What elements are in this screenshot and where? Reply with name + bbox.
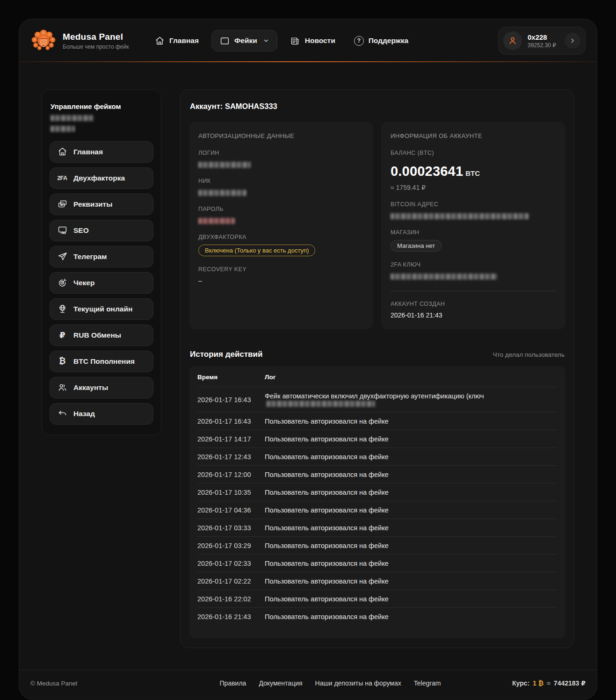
row-log: Пользователь авторизовался на фейке — [265, 489, 389, 496]
news-icon — [290, 36, 300, 46]
created-label: АККАУНТ СОЗДАН — [391, 301, 556, 307]
row-time: 2026-01-17 12:00 — [197, 471, 254, 478]
app-container: Medusa Panel Больше чем просто фейк Глав… — [19, 19, 597, 700]
sidebar-item-label: SEO — [73, 226, 89, 235]
row-time: 2026-01-17 10:35 — [197, 489, 254, 496]
row-time: 2026-01-17 14:17 — [197, 435, 254, 443]
table-row: 2026-01-17 16:43Фейк автоматически включ… — [197, 387, 557, 412]
twofa-status-badge: Включена (Только у вас есть доступ) — [198, 245, 315, 256]
btc-address-label: BITCOIN АДРЕС — [391, 201, 556, 208]
table-row: 2026-01-17 16:43Пользователь авторизовал… — [197, 412, 557, 430]
table-row: 2026-01-17 14:17Пользователь авторизовал… — [197, 430, 557, 447]
sidebar-title: Управление фейком — [51, 101, 152, 134]
user-id: 0x228 — [528, 33, 556, 41]
footer-link-3[interactable]: Telegram — [414, 679, 441, 687]
fake-domain-redacted — [51, 115, 94, 121]
footer: © Medusa Panel ПравилаДокументацияНаши д… — [19, 670, 597, 699]
row-log: Пользователь авторизовался на фейке — [265, 506, 389, 514]
sidebar-item-home[interactable]: Главная — [50, 141, 153, 163]
footer-links: ПравилаДокументацияНаши депозиты на фору… — [148, 679, 512, 687]
footer-link-2[interactable]: Наши депозиты на форумах — [315, 679, 401, 687]
help-icon: ? — [354, 36, 364, 46]
nav-item-news[interactable]: Новости — [284, 30, 341, 51]
footer-link-0[interactable]: Правила — [220, 679, 246, 687]
home-icon — [154, 36, 165, 46]
table-row: 2026-01-17 12:00Пользователь авторизовал… — [197, 465, 557, 483]
sidebar-item-label: Аккаунты — [73, 383, 108, 392]
nick-label: НИК — [198, 178, 364, 184]
sidebar-item-rub-trades[interactable]: ₽RUB Обмены — [50, 325, 153, 346]
account-title: Аккаунт: SAMOHAS333 — [190, 102, 565, 111]
recovery-key-label: RECOVERY KEY — [198, 266, 364, 273]
table-row: 2026-01-17 04:36Пользователь авторизовал… — [197, 501, 557, 519]
brand-subtitle: Больше чем просто фейк — [63, 43, 129, 50]
sidebar-item-twofa[interactable]: 2FAДвухфакторка — [50, 167, 153, 189]
table-row: 2026-01-16 21:43Пользователь авторизовал… — [197, 607, 557, 625]
btc-address-redacted — [391, 213, 529, 219]
nav-item-home[interactable]: Главная — [148, 30, 205, 51]
table-row: 2026-01-17 10:35Пользователь авторизовал… — [197, 483, 557, 501]
history-table: Время Лог 2026-01-17 16:43Фейк автоматич… — [189, 366, 565, 638]
sidebar-item-seo[interactable]: SEO — [50, 220, 153, 241]
rate-btc-value: 1 ₿ — [533, 679, 544, 687]
table-row: 2026-01-17 03:33Пользователь авторизовал… — [197, 519, 557, 536]
row-log: Пользователь авторизовался на фейке — [265, 595, 389, 603]
footer-link-1[interactable]: Документация — [259, 679, 302, 687]
sidebar-item-label: Чекер — [73, 279, 94, 287]
nick-value-redacted — [198, 190, 246, 196]
nav-item-support[interactable]: ?Поддержка — [348, 30, 414, 51]
row-time: 2026-01-17 04:36 — [197, 506, 254, 514]
user-avatar-icon — [503, 31, 522, 50]
sidebar-item-back[interactable]: Назад — [50, 403, 153, 425]
chevron-right-icon — [569, 37, 576, 44]
row-time: 2026-01-17 12:43 — [197, 453, 254, 461]
sidebar-item-accounts[interactable]: Аккаунты — [50, 377, 153, 398]
nav-item-label: Поддержка — [369, 36, 408, 45]
user-badge[interactable]: 0x228 39252.30 ₽ — [498, 27, 586, 55]
sidebar-item-label: Двухфакторка — [73, 174, 125, 182]
sidebar-item-label: Реквизиты — [73, 200, 112, 209]
row-log: Пользователь авторизовался на фейке — [265, 453, 389, 461]
2fa-icon: 2FA — [57, 173, 67, 183]
row-log: Пользователь авторизовался на фейке — [265, 577, 389, 585]
nav-item-label: Новости — [305, 36, 335, 45]
twofa-field: ДВУХФАКТОРКА Включена (Только у вас есть… — [198, 234, 364, 256]
twofa-key-field: 2FA КЛЮЧ — [391, 261, 556, 280]
history-rows: 2026-01-17 16:43Фейк автоматически включ… — [197, 387, 557, 625]
back-icon — [57, 409, 67, 419]
sidebar-item-online[interactable]: Текущий онлайн — [50, 298, 153, 320]
login-label: ЛОГИН — [198, 150, 364, 156]
account-info-card: ИНФОРМАЦИЯ ОБ АККАУНТЕ БАЛАНС (BTC) 0.00… — [381, 122, 565, 329]
medusa-logo-icon — [30, 28, 57, 54]
table-row: 2026-01-17 12:43Пользователь авторизовал… — [197, 447, 557, 465]
twofa-label: ДВУХФАКТОРКА — [198, 234, 364, 240]
twofa-key-label: 2FA КЛЮЧ — [391, 261, 556, 268]
row-time: 2026-01-17 16:43 — [197, 396, 254, 404]
info-card-title: ИНФОРМАЦИЯ ОБ АККАУНТЕ — [391, 132, 556, 139]
sidebar-item-telegram[interactable]: Телеграм — [50, 246, 153, 267]
rate-approx-sign: ≈ — [547, 679, 551, 687]
table-row: 2026-01-16 22:02Пользователь авторизовал… — [197, 590, 557, 607]
row-log: Пользователь авторизовался на фейке — [265, 418, 389, 425]
password-label: ПАРОЛЬ — [198, 206, 364, 212]
row-log: Фейк автоматически включил двухфакторную… — [265, 392, 557, 407]
row-time: 2026-01-17 03:33 — [197, 524, 254, 532]
sidebar-item-label: Назад — [73, 410, 95, 418]
table-row: 2026-01-17 02:22Пользователь авторизовал… — [197, 572, 557, 590]
sidebar-item-checker[interactable]: Чекер — [50, 272, 153, 294]
column-header-log: Лог — [265, 374, 275, 381]
user-expand-button[interactable] — [565, 33, 580, 49]
people-icon — [57, 382, 67, 393]
auth-card-title: АВТОРИЗАЦИОННЫЕ ДАННЫЕ — [198, 132, 364, 139]
telegram-icon — [57, 252, 67, 262]
sidebar-item-btc-topups[interactable]: ₿BTC Пополнения — [50, 351, 153, 372]
rub-icon: ₽ — [57, 330, 67, 340]
sidebar-item-requisites[interactable]: Реквизиты — [50, 194, 153, 215]
home-icon — [57, 147, 67, 157]
checker-icon — [57, 278, 67, 288]
brand[interactable]: Medusa Panel Больше чем просто фейк — [30, 28, 148, 54]
nav-item-fakes[interactable]: Фейки — [211, 30, 277, 51]
password-field: ПАРОЛЬ — [198, 206, 364, 224]
brand-title: Medusa Panel — [63, 32, 129, 42]
balance-label: БАЛАНС (BTC) — [391, 150, 556, 156]
